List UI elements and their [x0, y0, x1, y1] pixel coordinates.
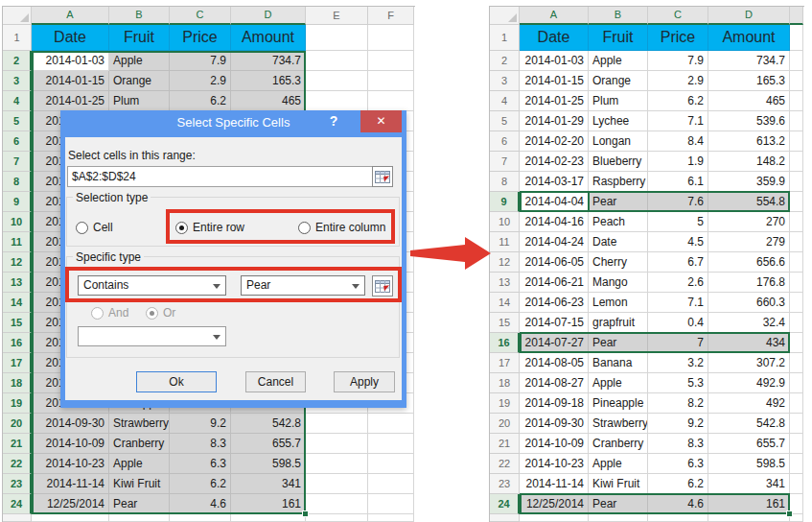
cell-E19[interactable]: [790, 393, 803, 414]
header-cell-price[interactable]: Price: [170, 25, 231, 51]
cell-A3[interactable]: 2014-01-15: [520, 71, 589, 91]
cell-A5[interactable]: 2014-01-29: [520, 111, 589, 131]
row-header-22[interactable]: 22: [490, 454, 520, 474]
cell-D9[interactable]: 554.8: [708, 192, 790, 212]
cell-D13[interactable]: 176.8: [708, 273, 790, 293]
cell-A24[interactable]: 12/25/2014: [32, 494, 109, 514]
cell-B12[interactable]: Cherry: [589, 252, 648, 273]
cell-E23[interactable]: [790, 474, 803, 494]
cell-A3[interactable]: 2014-01-15: [32, 71, 109, 91]
cell-A23[interactable]: 2014-11-14: [32, 474, 109, 494]
column-header-C[interactable]: C: [648, 7, 708, 25]
cell-B20[interactable]: Strawberry: [109, 414, 170, 434]
second-condition-dropdown[interactable]: [78, 326, 226, 346]
cell-B24[interactable]: Pear: [109, 494, 170, 514]
cell-D23[interactable]: 341: [231, 474, 306, 494]
cell-E2[interactable]: [790, 51, 803, 71]
row-header-15[interactable]: 15: [490, 313, 520, 333]
cell-D20[interactable]: 542.8: [231, 414, 306, 434]
row-header-5[interactable]: 5: [490, 111, 520, 131]
cell-E14[interactable]: [790, 293, 803, 313]
header-cell-date[interactable]: Date: [520, 25, 589, 51]
cell-E7[interactable]: [790, 152, 803, 172]
column-header-B[interactable]: B: [589, 7, 648, 25]
row-header-3[interactable]: 3: [490, 71, 520, 91]
row-header-9[interactable]: 9: [490, 192, 520, 212]
cell-A8[interactable]: 2014-03-17: [520, 172, 589, 192]
cell-D3[interactable]: 165.3: [708, 71, 790, 91]
cell-C7[interactable]: 1.9: [648, 152, 708, 172]
cell-C22[interactable]: 6.3: [648, 454, 708, 474]
empty-cell[interactable]: [790, 25, 803, 51]
cell-C21[interactable]: 8.3: [170, 434, 231, 454]
cell-A2[interactable]: 2014-01-03: [520, 51, 589, 71]
select-all-corner[interactable]: [3, 7, 32, 25]
column-header-D[interactable]: D: [231, 7, 306, 25]
cell-E10[interactable]: [790, 212, 803, 232]
cell-C10[interactable]: 5: [648, 212, 708, 232]
row-header-3[interactable]: 3: [3, 71, 32, 91]
cell-A18[interactable]: 2014-08-27: [520, 373, 589, 393]
cell-B22[interactable]: Apple: [109, 454, 170, 474]
cell-D14[interactable]: 660.3: [708, 293, 790, 313]
row-header-9[interactable]: 9: [3, 192, 32, 212]
cell-C18[interactable]: 5.3: [648, 373, 708, 393]
cell-E21[interactable]: [790, 434, 803, 454]
cell-A17[interactable]: 2014-08-05: [520, 353, 589, 373]
cell-D8[interactable]: 359.9: [708, 172, 790, 192]
cell-D24[interactable]: 161: [708, 494, 790, 514]
cell-E6[interactable]: [790, 131, 803, 152]
cell-E11[interactable]: [790, 232, 803, 252]
help-icon[interactable]: ?: [326, 113, 341, 129]
cell-E4[interactable]: [790, 91, 803, 111]
row-header-23[interactable]: 23: [3, 474, 32, 494]
cell-F23[interactable]: [368, 474, 414, 494]
cell-C20[interactable]: 9.2: [648, 414, 708, 434]
cell-C19[interactable]: 8.2: [648, 393, 708, 414]
cell-A19[interactable]: 2014-09-18: [520, 393, 589, 414]
row-header-20[interactable]: 20: [490, 414, 520, 434]
row-header-20[interactable]: 20: [3, 414, 32, 434]
row-header-14[interactable]: 14: [3, 293, 32, 313]
row-header-11[interactable]: 11: [490, 232, 520, 252]
row-header-18[interactable]: 18: [3, 373, 32, 393]
cell-C23[interactable]: 6.2: [648, 474, 708, 494]
cell-A11[interactable]: 2014-04-24: [520, 232, 589, 252]
cell-F3[interactable]: [368, 71, 414, 91]
cell-A2[interactable]: 2014-01-03: [32, 51, 109, 71]
cell-C14[interactable]: 7.1: [648, 293, 708, 313]
cell-E12[interactable]: [790, 252, 803, 273]
cell-C23[interactable]: 6.2: [170, 474, 231, 494]
header-cell-price[interactable]: Price: [648, 25, 708, 51]
fill-handle[interactable]: [302, 510, 309, 517]
cell-E20[interactable]: [306, 414, 368, 434]
radio-and[interactable]: And: [91, 306, 128, 320]
cell-E18[interactable]: [790, 373, 803, 393]
cell-A7[interactable]: 2014-02-23: [520, 152, 589, 172]
header-cell-amount[interactable]: Amount: [231, 25, 306, 51]
column-header-A[interactable]: A: [32, 7, 109, 25]
cell-B10[interactable]: Peach: [589, 212, 648, 232]
cell-D4[interactable]: 465: [231, 91, 306, 111]
cell-E3[interactable]: [306, 71, 368, 91]
cell-B5[interactable]: Lychee: [589, 111, 648, 131]
row-header-5[interactable]: 5: [3, 111, 32, 131]
cell-D24[interactable]: 161: [231, 494, 306, 514]
cell-C13[interactable]: 2.6: [648, 273, 708, 293]
cell-E3[interactable]: [790, 71, 803, 91]
cell-E16[interactable]: [790, 333, 803, 353]
cell-E8[interactable]: [790, 172, 803, 192]
cell-C16[interactable]: 7: [648, 333, 708, 353]
header-cell-amount[interactable]: Amount: [708, 25, 790, 51]
cell-D12[interactable]: 656.6: [708, 252, 790, 273]
row-header-16[interactable]: 16: [490, 333, 520, 353]
cell-A12[interactable]: 2014-06-05: [520, 252, 589, 273]
ok-button[interactable]: Ok: [136, 371, 217, 392]
fill-handle[interactable]: [786, 510, 793, 517]
close-icon[interactable]: ✕: [360, 110, 402, 132]
cell-A14[interactable]: 2014-06-23: [520, 293, 589, 313]
radio-cell[interactable]: Cell: [76, 221, 113, 234]
cell-B2[interactable]: Apple: [589, 51, 648, 71]
row-header-25[interactable]: [3, 514, 32, 522]
cell-B15[interactable]: grapfruit: [589, 313, 648, 333]
